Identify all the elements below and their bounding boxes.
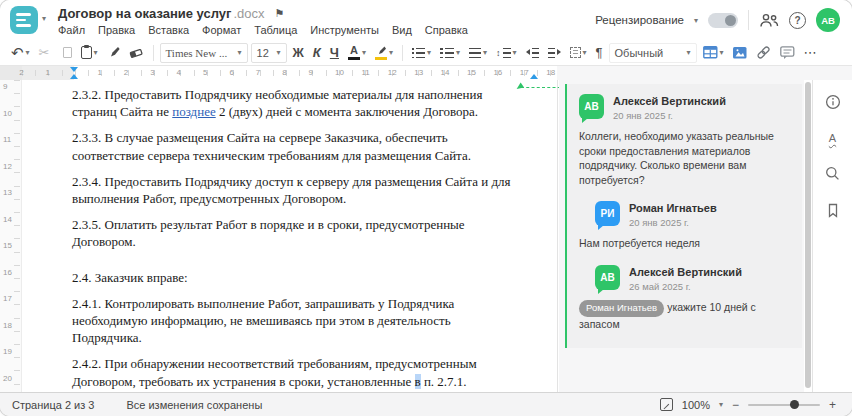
menu-edit[interactable]: Правка [98, 24, 135, 36]
ruler-number: 17 [520, 68, 529, 77]
header-right: Рецензирование ▾ ? АВ [595, 8, 840, 32]
underline-button[interactable]: Ч [327, 43, 342, 62]
menu-tools[interactable]: Инструменты [310, 24, 379, 36]
paragraph-style-select[interactable]: Обычный▾ [609, 43, 697, 63]
font-size-select[interactable]: 12▾ [251, 43, 287, 63]
zoom-out-button[interactable]: − [732, 398, 739, 412]
ruler-number: 18 [3, 321, 12, 330]
zoom-slider[interactable] [748, 404, 820, 406]
zoom-caret-icon[interactable]: ▾ [719, 400, 723, 409]
v-ruler[interactable]: 91011121314151617181920 [0, 80, 22, 392]
doc-paragraph: 2.3.3. В случае размещения Сайта на серв… [72, 129, 523, 163]
toolbar-more-button[interactable]: ⋯ [801, 43, 821, 62]
insert-table-button[interactable]: ▾ [700, 44, 727, 61]
divider [402, 45, 403, 61]
comment-author: Алексей Вертинский [613, 95, 726, 107]
ruler-number: 16 [493, 68, 502, 77]
app-logo-icon[interactable] [10, 6, 38, 34]
paste-button[interactable]: ▾ [78, 44, 101, 61]
zoom-value[interactable]: 100% [682, 399, 710, 411]
menu-file[interactable]: Файл [58, 24, 85, 36]
collaboration-users-icon[interactable] [759, 13, 779, 28]
ruler-number: 20 [3, 374, 12, 383]
comment-thread[interactable]: АВ Алексей Вертинский 20 янв 2025 г. Кол… [565, 84, 802, 348]
toolbar: ↶▾ ✂ ▾ Times New ...▾ 12▾ Ж К Ч А ▾ ▾ ▾ … [0, 40, 852, 66]
zoom-in-button[interactable]: + [829, 398, 836, 412]
align-button[interactable]: ▾ [466, 46, 490, 60]
menu-format[interactable]: Формат [202, 24, 241, 36]
numbered-list-button[interactable]: ▾ [437, 46, 463, 60]
spellcheck-icon[interactable]: А [829, 132, 836, 144]
cut-button[interactable]: ✂ [36, 43, 53, 62]
info-icon[interactable] [825, 94, 841, 110]
first-line-indent-marker[interactable] [70, 67, 78, 72]
h-ruler[interactable]: 12345678910111213141516171812 [0, 66, 852, 80]
review-toggle[interactable] [708, 13, 738, 28]
page-indicator[interactable]: Страница 2 из 3 [12, 399, 94, 411]
font-name-select[interactable]: Times New ...▾ [160, 43, 248, 63]
ruler-number: 13 [414, 68, 423, 77]
clear-style-button[interactable] [126, 45, 147, 61]
highlighter-icon [375, 46, 387, 56]
brush-icon [107, 46, 120, 59]
show-paragraph-marks-button[interactable]: ¶ [593, 43, 606, 62]
bookmark-icon[interactable] [826, 203, 840, 218]
menu-insert[interactable]: Вставка [148, 24, 189, 36]
logo-caret-icon[interactable]: ▾ [42, 14, 46, 23]
help-icon[interactable]: ? [789, 12, 806, 29]
undo-button[interactable]: ↶▾ [8, 42, 33, 64]
menu-help[interactable]: Справка [425, 24, 468, 36]
decrease-indent-button[interactable] [523, 46, 542, 60]
vertical-scrollbar[interactable] [805, 82, 811, 388]
paragraph-borders-button[interactable]: ▾ [567, 45, 590, 60]
ruler-number: 9 [309, 68, 313, 77]
document-title-row: Договор на оказание услуг .docx ⚑ [58, 6, 284, 21]
ruler-number: 6 [229, 68, 233, 77]
document-canvas[interactable]: 2.3.2. Предоставить Подрядчику необходим… [22, 80, 558, 392]
image-icon [733, 47, 747, 59]
ruler-number: 14 [3, 215, 12, 224]
document-extension: .docx [233, 6, 264, 21]
zoom-slider-knob[interactable] [790, 400, 799, 409]
comment-item[interactable]: АВ Алексей Вертинский 26 май 2025 г. Ром… [579, 265, 790, 332]
line-spacing-button[interactable]: ↕▾ [493, 46, 520, 60]
review-mode-label[interactable]: Рецензирование [595, 14, 684, 26]
comment-avatar: АВ [595, 265, 620, 290]
comment-author: Роман Игнатьев [629, 202, 717, 214]
comment-item[interactable]: АВ Алексей Вертинский 20 янв 2025 г. Кол… [579, 94, 790, 187]
format-painter-button[interactable] [104, 44, 123, 61]
comment-date: 20 янв 2025 г. [613, 110, 726, 121]
user-avatar[interactable]: АВ [816, 8, 840, 32]
highlight-color-button[interactable]: ▾ [372, 44, 396, 62]
italic-button[interactable]: К [310, 43, 324, 62]
search-icon[interactable] [825, 166, 840, 181]
right-indent-marker[interactable] [530, 74, 538, 79]
comment-item[interactable]: РИ Роман Игнатьев 20 янв 2025 г. Нам пот… [579, 201, 790, 251]
ruler-number: 15 [3, 241, 12, 250]
hanging-indent-marker[interactable] [70, 74, 78, 79]
menu-view[interactable]: Вид [392, 24, 412, 36]
review-caret-icon[interactable]: ▾ [694, 16, 698, 25]
ruler-number: 5 [203, 68, 207, 77]
fit-page-icon[interactable] [660, 398, 673, 411]
ruler-number: 15 [467, 68, 476, 77]
ruler-number: 14 [441, 68, 450, 77]
copy-button[interactable] [56, 45, 75, 60]
header: ▾ Договор на оказание услуг .docx ⚑ Файл… [0, 0, 852, 40]
highlight-color-swatch [375, 57, 387, 60]
bold-button[interactable]: Ж [290, 44, 307, 62]
mention-chip: Роман Игнатьев [579, 300, 664, 318]
comment-author: Алексей Вертинский [629, 266, 742, 278]
ruler-number: 12 [3, 162, 12, 171]
font-color-button[interactable]: А ▾ [345, 43, 369, 62]
menu-table[interactable]: Таблица [254, 24, 297, 36]
increase-indent-button[interactable] [545, 46, 564, 60]
flag-icon[interactable]: ⚑ [275, 7, 285, 20]
comment-header: АВ Алексей Вертинский 20 янв 2025 г. [579, 94, 790, 121]
insert-image-button[interactable] [730, 45, 750, 61]
comment-header: АВ Алексей Вертинский 26 май 2025 г. [595, 265, 790, 292]
bullet-list-button[interactable]: ▾ [409, 46, 434, 60]
comments-panel: АВ Алексей Вертинский 20 янв 2025 г. Кол… [559, 80, 804, 392]
insert-comment-button[interactable] [777, 44, 798, 62]
insert-link-button[interactable] [753, 43, 774, 62]
